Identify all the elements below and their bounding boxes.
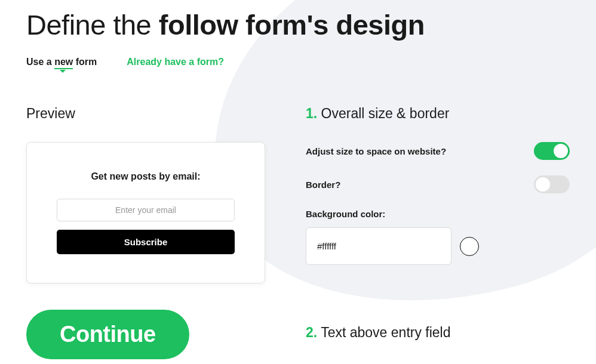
preview-subscribe-button[interactable]: Subscribe — [57, 230, 235, 254]
preview-heading: Get new posts by email: — [57, 171, 235, 182]
section-2-text: Text above entry field — [321, 325, 450, 340]
section-1-num: 1. — [306, 106, 317, 121]
tabs: Use a new form Already have a form? — [26, 57, 570, 67]
section-1-title: 1. Overall size & border — [306, 106, 570, 122]
tab-underline: new — [54, 57, 73, 69]
tab-existing-form[interactable]: Already have a form? — [127, 57, 224, 67]
tab-suffix: form — [73, 57, 97, 67]
tab-new-form[interactable]: Use a new form — [26, 57, 97, 67]
bg-color-label: Background color: — [306, 209, 570, 219]
border-toggle[interactable] — [534, 175, 570, 193]
setting-adjust-size: Adjust size to space on website? — [306, 142, 570, 160]
preview-card: Get new posts by email: Subscribe — [26, 142, 265, 283]
section-2-title: 2. Text above entry field — [306, 325, 570, 341]
section-1-text: Overall size & border — [321, 106, 450, 121]
bg-color-swatch[interactable] — [460, 237, 479, 256]
adjust-size-toggle[interactable] — [534, 142, 570, 160]
toggle-knob — [536, 177, 550, 192]
page-title: Define the follow form's design — [26, 8, 570, 41]
preview-title: Preview — [26, 106, 265, 122]
section-2-num: 2. — [306, 325, 317, 340]
title-light: Define the — [26, 9, 159, 41]
continue-button[interactable]: Continue — [26, 310, 189, 359]
toggle-knob — [554, 144, 568, 158]
bg-color-input[interactable] — [306, 227, 451, 265]
tab-prefix: Use a — [26, 57, 54, 67]
border-label: Border? — [306, 180, 340, 190]
preview-email-input[interactable] — [57, 199, 235, 221]
adjust-size-label: Adjust size to space on website? — [306, 146, 446, 156]
setting-border: Border? — [306, 175, 570, 193]
title-bold: follow form's design — [159, 9, 425, 41]
